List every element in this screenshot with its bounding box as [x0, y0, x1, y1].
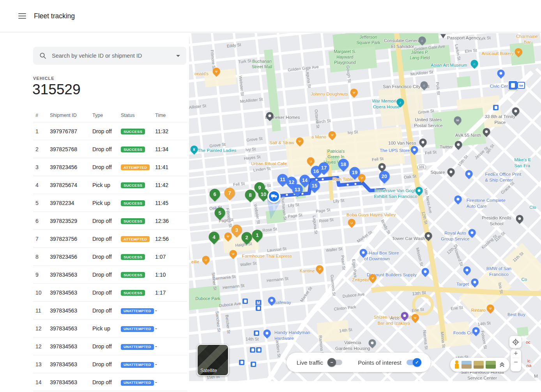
poi-label[interactable]: 100 Van Ness: [388, 140, 416, 146]
menu-icon[interactable]: [18, 13, 26, 19]
poi-pin[interactable]: ⌂: [419, 80, 430, 90]
my-location-button[interactable]: [509, 336, 522, 348]
live-traffic-toggle[interactable]: −: [328, 360, 342, 365]
zoom-in-button[interactable]: +: [511, 350, 521, 358]
collapse-icon[interactable]: [499, 362, 505, 367]
poi-label[interactable]: Twitter: [440, 144, 453, 150]
poi-pin[interactable]: ♜: [189, 144, 199, 155]
poi-label[interactable]: Arco: [390, 315, 400, 321]
poi-label[interactable]: Presidio Knolls School: [474, 215, 519, 227]
poi-pin[interactable]: ∪: [306, 156, 316, 166]
table-row[interactable]: 8397823456Drop offSUCCESS1:07: [33, 248, 187, 266]
satellite-view-toggle[interactable]: Satellite: [197, 344, 229, 376]
transit-icon[interactable]: [249, 347, 256, 353]
search-input[interactable]: Search by vehicle ID or shipment ID: [33, 47, 186, 65]
poi-label[interactable]: Best Buy: [507, 312, 525, 318]
table-row[interactable]: 11397834563Drop offUNATTEMPTED-: [33, 302, 187, 320]
poi-label[interactable]: na: [527, 363, 532, 369]
poi-label[interactable]: Johnny Doughnuts: [311, 91, 348, 97]
poi-label[interactable]: The Painted Ladies: [198, 148, 236, 154]
poi-pin[interactable]: Ψ: [485, 303, 496, 314]
poi-pin[interactable]: Ψ: [410, 313, 421, 323]
table-row[interactable]: 10397834563Drop offSUCCESS1:17: [33, 284, 187, 302]
imagery-thumbnail[interactable]: [474, 361, 484, 369]
poi-label[interactable]: Asian Art Museum: [431, 62, 467, 68]
transit-icon[interactable]: [242, 298, 248, 304]
poi-label[interactable]: Foods Co: [453, 330, 473, 336]
poi-label[interactable]: United States Postal Service: [414, 117, 443, 129]
poi-label[interactable]: a Mano: [311, 134, 326, 140]
chevron-down-icon[interactable]: [176, 55, 180, 57]
table-row[interactable]: 6397823529Drop offSUCCESS12:36: [33, 212, 187, 230]
poi-label[interactable]: M: [534, 373, 538, 379]
stop-marker-3[interactable]: 3: [229, 222, 244, 237]
poi-label[interactable]: Clo: [529, 205, 536, 210]
table-row[interactable]: 539782234Pick upSUCCESS11:45: [33, 194, 187, 212]
poi-pin[interactable]: ✉: [453, 115, 463, 125]
table-row[interactable]: 13397834563Drop offUNATTEMPTED-: [33, 355, 187, 373]
poi-pin[interactable]: Ψ: [315, 264, 325, 274]
poi-label[interactable]: U-Haul Box Store of Downtown: [364, 250, 399, 262]
stop-marker-6[interactable]: 6: [207, 187, 222, 201]
transit-icon[interactable]: [239, 359, 245, 366]
transit-icon[interactable]: [508, 80, 518, 90]
poi-label[interactable]: Royal Auto Group Service: [441, 230, 470, 242]
imagery-thumbnail[interactable]: [486, 361, 496, 369]
poi-label[interactable]: BMW of San Francisco: [478, 266, 520, 277]
poi-label[interactable]: Valencia Gardens Housing: [335, 340, 370, 351]
imagery-thumbnail[interactable]: [461, 361, 472, 369]
poi-label[interactable]: Charmaine' Bar: [516, 34, 539, 45]
poi-pin[interactable]: Ψ: [211, 66, 222, 77]
transit-icon[interactable]: [493, 104, 499, 111]
stop-marker-5[interactable]: 5: [212, 205, 227, 220]
stop-marker-4[interactable]: 4: [207, 230, 221, 244]
poi-label[interactable]: onald's: [194, 71, 209, 77]
poi-pin[interactable]: ⌂: [469, 58, 480, 69]
table-row[interactable]: 2397825768Drop offSUCCESS11:34: [33, 140, 187, 158]
poi-label[interactable]: Passport Agency: [447, 35, 481, 41]
poi-pin[interactable]: ⌂: [417, 35, 428, 46]
table-row[interactable]: 3397823456Drop offATTEMPTED11:41: [33, 158, 187, 176]
poi-label[interactable]: Urban Ritual Cafe: [251, 161, 286, 167]
poi-label[interactable]: Boba Guys Hayes Valley: [347, 212, 396, 218]
poi-label[interactable]: Firestone Complete Auto Care: [467, 198, 506, 209]
poi-label[interactable]: War Memorial Opera House: [372, 98, 400, 110]
poi-pin[interactable]: ♪: [395, 97, 406, 108]
points-of-interest-toggle[interactable]: ✓: [407, 360, 421, 365]
transit-icon[interactable]: [256, 347, 262, 353]
poi-label[interactable]: Kantine: [299, 268, 315, 274]
stop-marker-18[interactable]: 18: [336, 157, 351, 171]
poi-label[interactable]: AVA 55 Ninth: [455, 132, 481, 138]
table-row[interactable]: 1397976787Drop offSUCCESS11:32: [33, 122, 187, 140]
poi-pin[interactable]: Ψ: [327, 130, 338, 140]
transit-icon[interactable]: ba: [517, 82, 525, 89]
stop-marker-19[interactable]: 19: [347, 165, 362, 180]
poi-label[interactable]: Arsicault Bakery: [481, 51, 514, 57]
stop-marker-7[interactable]: 7: [222, 185, 237, 200]
poi-label[interactable]: oc: [526, 339, 530, 345]
poi-label[interactable]: Consulate General El Salvador: [384, 38, 421, 49]
poi-label[interactable]: Zeitgeist: [352, 277, 369, 283]
poi-pin[interactable]: Ψ: [295, 136, 305, 147]
poi-label[interactable]: 33 8th at Trinity Place: [480, 114, 521, 125]
poi-label[interactable]: eille: [191, 259, 199, 265]
poi-pin[interactable]: Ψ: [228, 249, 239, 259]
map-canvas[interactable]: Eddy StTurk StTurk StElm StGolden Gate A…: [189, 33, 541, 381]
poi-label[interactable]: Target: [456, 281, 469, 287]
stop-marker-20[interactable]: 20: [377, 169, 392, 184]
triangle-pin[interactable]: [440, 34, 446, 39]
poi-label[interactable]: FedEx Office Print & Ship Center: [485, 171, 521, 183]
poi-pin[interactable]: ∪: [201, 254, 211, 265]
table-row[interactable]: 9397834563Drop offSUCCESS1:10: [33, 266, 187, 284]
stop-marker-15[interactable]: 15: [307, 178, 322, 193]
poi-label[interactable]: Salt & Straw: [269, 140, 294, 146]
poi-pin[interactable]: Ψ: [368, 273, 378, 283]
poi-label[interactable]: Farmhouse Thai Express: [242, 253, 292, 259]
stop-marker-17[interactable]: 17: [316, 160, 331, 175]
table-row[interactable]: 7397823756Drop offATTEMPTED12:56: [33, 230, 187, 248]
zoom-out-button[interactable]: −: [511, 358, 521, 366]
stop-marker-1[interactable]: 1: [250, 228, 265, 242]
poi-label[interactable]: Co: [522, 277, 527, 283]
poi-label[interactable]: Tower Car Wash: [392, 236, 425, 242]
pegman-icon[interactable]: [454, 360, 460, 369]
